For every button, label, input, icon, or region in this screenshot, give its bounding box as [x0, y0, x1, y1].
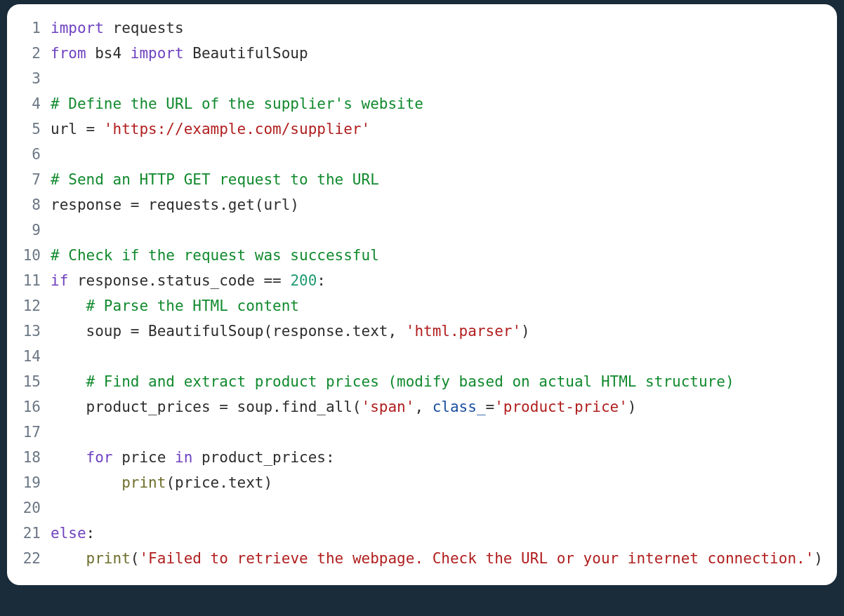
line-number: 10	[21, 243, 51, 268]
line-number: 22	[21, 546, 51, 571]
line-number: 13	[21, 319, 51, 344]
line-number: 14	[21, 344, 51, 369]
code-line: 12 # Parse the HTML content	[21, 293, 823, 319]
code-text: url = 'https://example.com/supplier'	[51, 116, 823, 142]
code-text: for price in product_prices:	[51, 445, 823, 470]
code-text: product_prices = soup.find_all('span', c…	[51, 394, 823, 420]
code-line: 5 url = 'https://example.com/supplier'	[21, 116, 823, 142]
code-line: 22 print('Failed to retrieve the webpage…	[21, 546, 823, 571]
code-line: 16 product_prices = soup.find_all('span'…	[21, 394, 823, 420]
code-card: 1 import requests 2 from bs4 import Beau…	[7, 4, 837, 585]
code-text: # Check if the request was successful	[51, 243, 823, 268]
code-line: 10 # Check if the request was successful	[21, 243, 823, 268]
code-text: import requests	[51, 15, 823, 41]
code-text: # Send an HTTP GET request to the URL	[51, 167, 823, 192]
code-line: 6	[21, 142, 823, 167]
line-number: 17	[21, 420, 51, 445]
line-number: 20	[21, 495, 51, 521]
code-line: 17	[21, 420, 823, 445]
line-number: 3	[21, 66, 51, 91]
line-number: 8	[21, 192, 51, 217]
line-number: 2	[21, 41, 51, 66]
line-number: 21	[21, 521, 51, 546]
code-text: else:	[51, 521, 823, 546]
code-line: 1 import requests	[21, 15, 823, 41]
code-line: 20	[21, 495, 823, 521]
code-line: 11 if response.status_code == 200:	[21, 268, 823, 293]
line-number: 16	[21, 394, 51, 420]
code-text: from bs4 import BeautifulSoup	[51, 41, 823, 66]
code-line: 13 soup = BeautifulSoup(response.text, '…	[21, 319, 823, 344]
line-number: 19	[21, 470, 51, 495]
code-line: 19 print(price.text)	[21, 470, 823, 495]
line-number: 12	[21, 293, 51, 319]
code-text: response = requests.get(url)	[51, 192, 823, 217]
code-text: soup = BeautifulSoup(response.text, 'htm…	[51, 319, 823, 344]
code-line: 3	[21, 66, 823, 91]
code-line: 21 else:	[21, 521, 823, 546]
line-number: 6	[21, 142, 51, 167]
code-line: 14	[21, 344, 823, 369]
code-line: 8 response = requests.get(url)	[21, 192, 823, 217]
line-number: 11	[21, 268, 51, 293]
line-number: 7	[21, 167, 51, 192]
code-line: 4 # Define the URL of the supplier's web…	[21, 91, 823, 116]
code-text: # Define the URL of the supplier's websi…	[51, 91, 823, 116]
line-number: 9	[21, 217, 51, 243]
code-text: # Find and extract product prices (modif…	[51, 369, 823, 394]
code-line: 7 # Send an HTTP GET request to the URL	[21, 167, 823, 192]
code-text: if response.status_code == 200:	[51, 268, 823, 293]
code-text: print(price.text)	[51, 470, 823, 495]
line-number: 15	[21, 369, 51, 394]
line-number: 4	[21, 91, 51, 116]
code-text: print('Failed to retrieve the webpage. C…	[51, 546, 823, 571]
code-text: # Parse the HTML content	[51, 293, 823, 319]
line-number: 1	[21, 15, 51, 41]
line-number: 5	[21, 116, 51, 142]
code-line: 15 # Find and extract product prices (mo…	[21, 369, 823, 394]
code-line: 18 for price in product_prices:	[21, 445, 823, 470]
code-line: 9	[21, 217, 823, 243]
line-number: 18	[21, 445, 51, 470]
code-line: 2 from bs4 import BeautifulSoup	[21, 41, 823, 66]
